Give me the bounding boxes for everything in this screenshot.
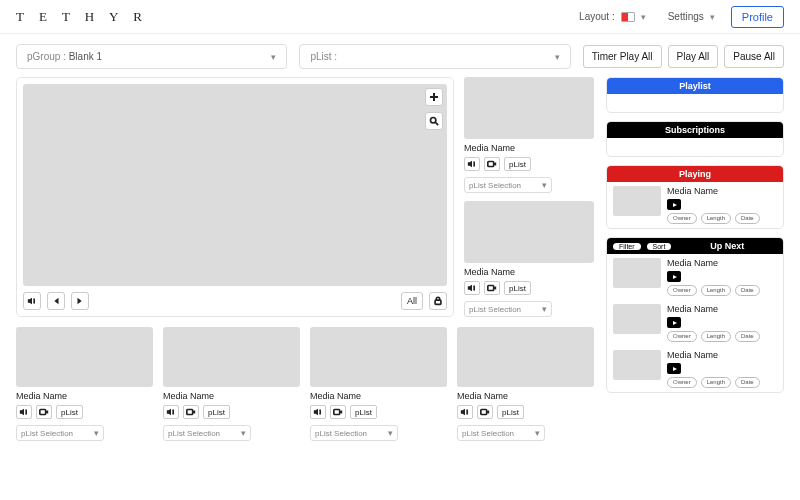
search-button[interactable]	[425, 112, 443, 130]
profile-button[interactable]: Profile	[731, 6, 784, 28]
chevron-down-icon: ▾	[535, 428, 540, 438]
camera-icon	[480, 407, 490, 417]
media-name: Media Name	[464, 267, 594, 277]
svg-point-0	[431, 118, 436, 123]
plist-button[interactable]: pList	[497, 405, 524, 419]
plist-select[interactable]: pList : ▾	[299, 44, 570, 69]
svg-rect-3	[488, 286, 494, 291]
queue-thumbnail	[613, 350, 661, 380]
filter-button[interactable]: Filter	[613, 243, 641, 250]
plist-selection-dropdown[interactable]: pList Selection▾	[16, 425, 104, 441]
plist-button[interactable]: pList	[56, 405, 83, 419]
camera-icon	[487, 159, 497, 169]
play-button[interactable]	[667, 363, 681, 374]
prev-button[interactable]	[47, 292, 65, 310]
chevron-down-icon: ▾	[94, 428, 99, 438]
meta-pill: Owner	[667, 285, 697, 296]
all-button[interactable]: All	[401, 292, 423, 310]
volume-button[interactable]	[163, 405, 179, 419]
media-thumbnail[interactable]	[457, 327, 594, 387]
queue-pills: OwnerLengthDate	[667, 377, 777, 388]
logo: T E T H Y R	[16, 9, 148, 25]
volume-icon	[19, 407, 29, 417]
settings-dropdown[interactable]: Settings ▾	[662, 8, 721, 25]
plist-button[interactable]: pList	[350, 405, 377, 419]
plist-label: pList :	[310, 51, 337, 62]
media-thumbnail[interactable]	[16, 327, 153, 387]
camera-button[interactable]	[484, 281, 500, 295]
media-controls: pList	[310, 405, 447, 419]
media-thumbnail[interactable]	[464, 201, 594, 263]
queue-item[interactable]: Media Name OwnerLengthDate	[607, 300, 783, 346]
layout-selector[interactable]: Layout : ▾	[573, 8, 652, 25]
meta-pill: Owner	[667, 331, 697, 342]
plist-button[interactable]: pList	[504, 281, 531, 295]
media-thumbnail[interactable]	[163, 327, 300, 387]
queue-item[interactable]: Media Name OwnerLengthDate	[607, 254, 783, 300]
add-button[interactable]	[425, 88, 443, 106]
next-button[interactable]	[71, 292, 89, 310]
right-column: Playlist Subscriptions Playing Media Nam…	[606, 77, 784, 489]
playing-body: Media Name OwnerLengthDate	[607, 182, 783, 228]
camera-button[interactable]	[36, 405, 52, 419]
media-thumbnail[interactable]	[310, 327, 447, 387]
volume-button[interactable]	[464, 157, 480, 171]
playing-header: Playing	[607, 166, 783, 182]
lock-icon	[433, 296, 443, 306]
queue-item[interactable]: Media Name OwnerLengthDate	[607, 346, 783, 392]
play-button[interactable]	[667, 199, 681, 210]
volume-button[interactable]	[23, 292, 41, 310]
svg-rect-6	[334, 410, 340, 415]
volume-icon	[313, 407, 323, 417]
media-card: Media Name pList pList Selection▾	[464, 201, 594, 317]
meta-pill: Date	[735, 377, 760, 388]
media-name: Media Name	[310, 391, 447, 401]
camera-button[interactable]	[484, 157, 500, 171]
pgroup-select[interactable]: pGroup : Blank 1 ▾	[16, 44, 287, 69]
volume-button[interactable]	[16, 405, 32, 419]
plist-button[interactable]: pList	[504, 157, 531, 171]
skip-back-icon	[51, 296, 61, 306]
bottom-grid: Media Name pList pList Selection▾ Media …	[16, 327, 594, 441]
volume-button[interactable]	[310, 405, 326, 419]
camera-button[interactable]	[477, 405, 493, 419]
filter-row: pGroup : Blank 1 ▾ pList : ▾ Timer Play …	[0, 34, 800, 77]
volume-button[interactable]	[464, 281, 480, 295]
sort-button[interactable]: Sort	[647, 243, 672, 250]
upnext-header: Filter Sort Up Next	[607, 238, 783, 254]
chevron-down-icon: ▾	[542, 304, 547, 314]
chevron-down-icon: ▾	[271, 52, 276, 62]
queue-item[interactable]: Media Name OwnerLengthDate	[607, 182, 783, 228]
chevron-down-icon: ▾	[388, 428, 393, 438]
plist-selection-dropdown[interactable]: pList Selection▾	[457, 425, 545, 441]
header-controls: Layout : ▾ Settings ▾ Profile	[573, 6, 784, 28]
queue-media-name: Media Name	[667, 258, 777, 268]
play-all-button[interactable]: Play All	[668, 45, 719, 68]
media-thumbnail[interactable]	[464, 77, 594, 139]
plist-button[interactable]: pList	[203, 405, 230, 419]
play-button[interactable]	[667, 271, 681, 282]
chevron-down-icon: ▾	[710, 12, 715, 22]
timer-play-all-button[interactable]: Timer Play All	[583, 45, 662, 68]
hero-bottom-controls: All	[23, 292, 447, 310]
hero-controls-right: All	[401, 292, 447, 310]
plist-selection-dropdown[interactable]: pList Selection▾	[464, 301, 552, 317]
meta-pill: Length	[701, 213, 731, 224]
svg-rect-4	[40, 410, 46, 415]
play-button[interactable]	[667, 317, 681, 328]
camera-button[interactable]	[183, 405, 199, 419]
hero-controls-left	[23, 292, 89, 310]
pause-all-button[interactable]: Pause All	[724, 45, 784, 68]
hero-canvas[interactable]	[23, 84, 447, 286]
plist-selection-dropdown[interactable]: pList Selection▾	[310, 425, 398, 441]
volume-button[interactable]	[457, 405, 473, 419]
media-name: Media Name	[464, 143, 594, 153]
plist-selection-dropdown[interactable]: pList Selection▾	[464, 177, 552, 193]
meta-pill: Date	[735, 331, 760, 342]
lock-button[interactable]	[429, 292, 447, 310]
upnext-panel: Filter Sort Up Next Media Name OwnerLeng…	[606, 237, 784, 393]
playlist-header: Playlist	[607, 78, 783, 94]
camera-button[interactable]	[330, 405, 346, 419]
plist-selection-dropdown[interactable]: pList Selection▾	[163, 425, 251, 441]
chevron-down-icon: ▾	[542, 180, 547, 190]
